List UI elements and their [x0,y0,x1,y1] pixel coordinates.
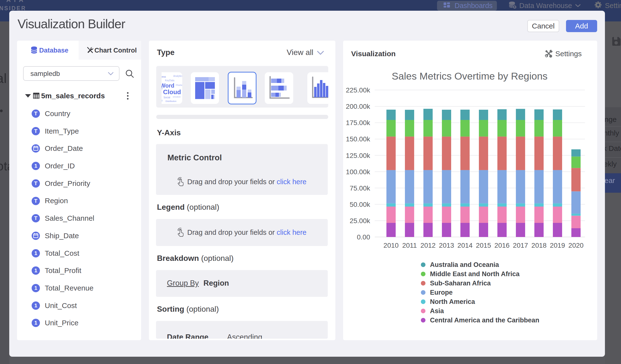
svg-text:125.00k: 125.00k [346,152,370,159]
svg-text:1: 1 [34,302,37,309]
svg-text:North America: North America [430,298,475,305]
svg-text:2012: 2012 [420,242,436,249]
svg-text:200.00k: 200.00k [346,103,370,110]
svg-text:1: 1 [34,320,37,326]
svg-text:25.00k: 25.00k [350,217,370,225]
svg-text:75.00k: 75.00k [350,184,370,192]
svg-text:150.00k: 150.00k [346,135,370,143]
svg-text:2013: 2013 [439,242,454,249]
svg-text:Middle East and North Africa: Middle East and North Africa [430,270,520,278]
svg-text:1: 1 [34,267,37,274]
svg-text:Asia: Asia [430,307,444,315]
svg-text:225.00k: 225.00k [346,86,370,94]
svg-text:1: 1 [34,250,37,256]
svg-text:Europe: Europe [430,289,453,296]
svg-text:Central America and the Caribb: Central America and the Caribbean [430,316,539,324]
svg-text:100.00k: 100.00k [346,168,370,176]
svg-text:Sales Metrics Overtime by Regi: Sales Metrics Overtime by Regions [392,70,548,82]
svg-text:2017: 2017 [513,242,528,249]
svg-text:Sub-Saharan Africa: Sub-Saharan Africa [430,279,491,287]
svg-text:T: T [34,180,37,186]
svg-text:Australia and Oceania: Australia and Oceania [430,261,499,268]
svg-text:T: T [34,128,37,134]
svg-text:175.00k: 175.00k [346,119,370,126]
svg-text:0.00: 0.00 [357,233,370,241]
svg-text:1: 1 [34,163,37,169]
svg-text:2018: 2018 [532,242,547,249]
svg-text:T: T [34,215,37,221]
svg-text:2020: 2020 [569,242,584,249]
svg-text:2010: 2010 [383,242,398,249]
svg-text:50.00k: 50.00k [350,201,370,208]
svg-text:T: T [34,110,37,117]
svg-text:2019: 2019 [550,242,565,249]
svg-text:2016: 2016 [495,242,510,249]
svg-text:2015: 2015 [476,242,491,249]
svg-text:1: 1 [34,285,37,291]
svg-text:T: T [34,198,37,204]
svg-text:2011: 2011 [402,242,417,249]
svg-text:2014: 2014 [457,242,473,249]
